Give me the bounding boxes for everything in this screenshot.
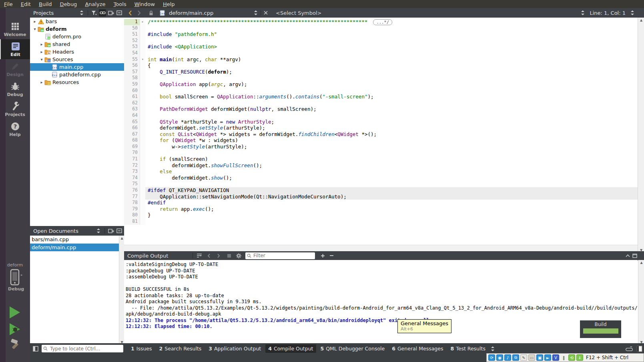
close-panel-icon[interactable]	[116, 227, 123, 234]
vnc-audio-icon[interactable]: ♪	[504, 354, 511, 361]
mode-edit[interactable]: Edit	[0, 39, 30, 59]
zoom-out-icon[interactable]	[328, 252, 335, 259]
split-panel-icon[interactable]	[107, 9, 114, 16]
word-wrap-icon[interactable]	[196, 252, 203, 259]
menu-window[interactable]: Window	[130, 1, 159, 8]
minimize-output-pane-icon[interactable]	[624, 252, 631, 259]
filter-tree-icon[interactable]	[90, 9, 98, 16]
close-document-icon[interactable]	[262, 9, 269, 16]
code-line-59[interactable]: 59 QApplication app(argc, argv);	[124, 81, 638, 88]
vnc-folder-icon[interactable]: ▭	[528, 354, 535, 361]
code-line-81[interactable]: 81	[124, 218, 638, 225]
tree-item-bars[interactable]: ▸!bars	[30, 18, 124, 25]
code-line-58[interactable]: 58	[124, 75, 638, 81]
vnc-monitor-icon[interactable]: ▣	[536, 354, 543, 361]
build-button[interactable]	[9, 338, 21, 350]
code-line-54[interactable]: 54	[124, 50, 638, 56]
panel-selector-updown-icon[interactable]	[78, 9, 85, 16]
code-line-62[interactable]: 62	[124, 100, 638, 106]
panel-selector-updown-icon[interactable]	[95, 227, 102, 234]
code-line-61[interactable]: 61 bool smallScreen = QApplication::argu…	[124, 94, 638, 100]
tree-item-main-cpp[interactable]: C++main.cpp	[30, 63, 124, 71]
output-scrollbar[interactable]: ▲▼	[638, 260, 644, 345]
output-panes-updown-icon[interactable]	[489, 345, 496, 352]
tree-item-shared[interactable]: ▸Qtshared	[30, 40, 124, 48]
tree-expand-chevron-icon[interactable]: ▸	[32, 19, 37, 24]
maximize-output-pane-icon[interactable]	[631, 252, 638, 259]
symbol-selector[interactable]: <Select Symbol>	[276, 10, 321, 16]
menu-file[interactable]: File	[0, 1, 17, 8]
code-line-64[interactable]: 64	[124, 112, 638, 119]
tree-item-deform-pro[interactable]: Qtdeform.pro	[30, 33, 124, 40]
folded-comment-pill[interactable]: ...*/	[373, 19, 392, 25]
document-dropdown-icon[interactable]	[252, 9, 259, 16]
editor-vertical-scrollbar[interactable]: ▲▼	[638, 18, 644, 253]
tree-expand-chevron-icon[interactable]: ▾	[32, 27, 37, 31]
fold-marker-icon[interactable]: ▾	[140, 56, 145, 63]
tree-item-resources[interactable]: ▸Resources	[30, 78, 124, 86]
code-line-77[interactable]: 77 QApplication::setNavigationMode(Qt::N…	[124, 194, 638, 200]
next-item-icon[interactable]	[215, 252, 222, 259]
vnc-pen-icon[interactable]: ✎	[520, 354, 527, 361]
mode-debug[interactable]: Debug	[0, 79, 30, 99]
code-line-75[interactable]: 75	[124, 181, 638, 187]
code-line-68[interactable]: 68 for (QWidget *w : widgets)	[124, 137, 638, 144]
output-filter-input[interactable]	[253, 252, 306, 259]
code-line-60[interactable]: 60	[124, 88, 638, 94]
menu-edit[interactable]: Edit	[17, 1, 35, 8]
compile-output-text[interactable]: :validateSigningDebug UP-TO-DATE:package…	[124, 260, 638, 345]
code-line-69[interactable]: 69 w->setStyle(arthurStyle);	[124, 144, 638, 150]
menu-debug[interactable]: Debug	[56, 1, 81, 8]
code-line-70[interactable]: 70	[124, 150, 638, 156]
code-line-50[interactable]: 50	[124, 25, 638, 32]
open-document-bars-main-cpp[interactable]: bars/main.cpp	[30, 236, 124, 244]
code-editor[interactable]: 1▸/*************************************…	[124, 18, 638, 246]
tree-expand-chevron-icon[interactable]: ▸	[39, 50, 44, 54]
editor-horizontal-scrollbar[interactable]	[124, 245, 638, 252]
output-filter-box[interactable]	[245, 252, 315, 259]
tree-expand-chevron-icon[interactable]: ▾	[39, 57, 44, 62]
output-pane-button-qml-debugger-console[interactable]: 5QML Debugger Console	[318, 344, 388, 353]
back-button[interactable]	[126, 9, 134, 16]
code-line-66[interactable]: 66 deformWidget.setStyle(arthurStyle);	[124, 125, 638, 131]
menu-help[interactable]: Help	[159, 1, 179, 8]
menu-build[interactable]: Build	[35, 1, 56, 8]
code-line-67[interactable]: 67 const QList<QWidget *> widgets = defo…	[124, 131, 638, 138]
forward-button[interactable]	[135, 9, 142, 16]
code-line-52[interactable]: 52	[124, 38, 638, 44]
tree-item-sources[interactable]: ▾C++Sources	[30, 56, 124, 63]
sync-with-editor-icon[interactable]	[99, 9, 106, 16]
output-pane-button-test-results[interactable]: 8Test Results	[447, 344, 488, 353]
menu-analyze[interactable]: Analyze	[81, 1, 109, 8]
run-debug-button[interactable]	[10, 323, 20, 335]
output-pane-button-general-messages[interactable]: 6General Messages	[389, 344, 446, 353]
tree-item-headers[interactable]: ▸hHeaders	[30, 48, 124, 56]
cursor-position-dropdown-icon[interactable]	[579, 9, 586, 16]
mode-help[interactable]: ?Help	[0, 119, 30, 139]
code-line-1[interactable]: 1▸/*************************************…	[124, 19, 638, 25]
close-panel-icon[interactable]	[116, 9, 123, 16]
output-pane-split-icon[interactable]	[636, 345, 643, 352]
tree-expand-chevron-icon[interactable]: ▸	[39, 42, 44, 46]
vnc-camera-icon[interactable]: ►	[544, 354, 551, 361]
open-document-deform-main-cpp[interactable]: deform/main.cpp	[30, 244, 124, 252]
stop-icon[interactable]	[225, 252, 233, 259]
open-file-name[interactable]: deform/main.cpp	[169, 10, 252, 16]
tree-item-pathdeform-cpp[interactable]: C++pathdeform.cpp	[30, 71, 124, 78]
locator-box[interactable]	[42, 345, 123, 352]
tree-expand-chevron-icon[interactable]: ▸	[39, 80, 44, 84]
kit-selector-button[interactable]: ▸ Debug	[8, 269, 30, 292]
open-documents-scrollbar[interactable]: ▲▼	[119, 236, 124, 345]
settings-gear-icon[interactable]	[235, 252, 242, 259]
mode-projects[interactable]: Projects	[0, 99, 30, 119]
code-line-63[interactable]: 63 PathDeformWidget deformWidget(nullptr…	[124, 106, 638, 112]
vnc-v-badge-icon[interactable]: V	[552, 354, 559, 361]
output-pane-button-compile-output[interactable]: 4Compile Output	[265, 344, 316, 353]
mode-welcome[interactable]: Welcome	[0, 19, 30, 39]
fold-marker-icon[interactable]: ▸	[140, 19, 145, 25]
output-pane-button-search-results[interactable]: 2Search Results	[156, 344, 205, 353]
previous-item-icon[interactable]	[205, 252, 213, 259]
locator-input[interactable]	[49, 346, 117, 352]
code-line-73[interactable]: 73 else	[124, 168, 638, 175]
code-line-71[interactable]: 71 if (smallScreen)	[124, 156, 638, 162]
